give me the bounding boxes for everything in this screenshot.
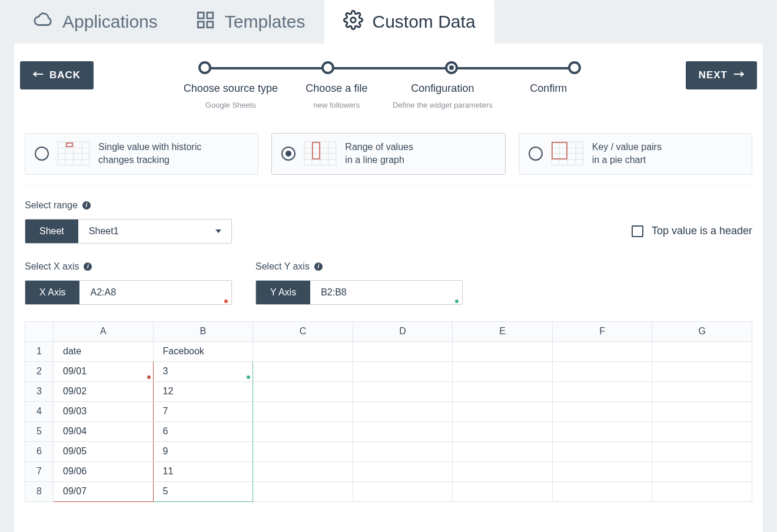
row-header[interactable]: 5 xyxy=(25,421,54,441)
cell[interactable] xyxy=(453,381,553,401)
cell[interactable] xyxy=(453,421,553,441)
cell[interactable]: 09/02 xyxy=(54,381,154,401)
column-header[interactable]: D xyxy=(353,321,453,341)
next-button[interactable]: NEXT xyxy=(686,61,757,89)
mode-key-value[interactable]: Key / value pairs in a pie chart xyxy=(519,133,752,175)
grid-icon xyxy=(195,10,215,34)
sheet-select-value: Sheet1 xyxy=(78,220,205,243)
cell[interactable]: 09/04 xyxy=(54,421,154,441)
content-scroll[interactable]: Single value with historic changes track… xyxy=(14,121,763,510)
column-header[interactable]: A xyxy=(54,321,154,341)
back-button[interactable]: BACK xyxy=(20,61,94,89)
tab-applications[interactable]: Applications xyxy=(14,0,177,44)
cell[interactable] xyxy=(652,481,752,501)
cell[interactable] xyxy=(353,421,453,441)
column-header[interactable]: F xyxy=(552,321,652,341)
cell[interactable]: 7 xyxy=(153,401,253,421)
info-icon[interactable]: i xyxy=(84,262,92,271)
cell[interactable] xyxy=(552,481,652,501)
mode-single-value[interactable]: Single value with historic changes track… xyxy=(25,133,258,175)
cell[interactable] xyxy=(652,401,752,421)
column-header[interactable]: E xyxy=(453,321,553,341)
cell[interactable] xyxy=(253,421,353,441)
cell[interactable]: 09/01 xyxy=(54,361,154,381)
row-header[interactable]: 2 xyxy=(25,361,54,381)
tab-templates[interactable]: Templates xyxy=(177,0,324,44)
cell[interactable] xyxy=(453,481,553,501)
column-header[interactable]: B xyxy=(153,321,253,341)
cell[interactable] xyxy=(552,461,652,481)
step-dot-1[interactable] xyxy=(198,61,211,74)
cell[interactable]: 09/03 xyxy=(54,401,154,421)
top-value-header-checkbox[interactable]: Top value is a header xyxy=(632,225,752,237)
mode-range-values[interactable]: Range of values in a line graph xyxy=(271,133,505,175)
y-axis-input[interactable]: Y Axis B2:B8 xyxy=(255,280,463,305)
row-header[interactable]: 6 xyxy=(25,441,54,461)
chevron-down-icon xyxy=(205,220,231,243)
cell[interactable] xyxy=(652,441,752,461)
spreadsheet[interactable]: ABCDEFG 1dateFacebook209/013309/0212409/… xyxy=(25,321,752,502)
cell[interactable] xyxy=(353,341,453,361)
cell[interactable] xyxy=(253,381,353,401)
cell[interactable]: 09/06 xyxy=(54,461,154,481)
column-header[interactable]: G xyxy=(652,321,752,341)
cell[interactable] xyxy=(253,361,353,381)
row-header[interactable]: 7 xyxy=(25,461,54,481)
column-header[interactable]: C xyxy=(253,321,353,341)
step-dot-2[interactable] xyxy=(321,61,334,74)
sheet-select[interactable]: Sheet Sheet1 xyxy=(25,219,232,244)
cell[interactable] xyxy=(353,461,453,481)
cell[interactable] xyxy=(552,441,652,461)
cell[interactable] xyxy=(552,341,652,361)
cell[interactable]: 5 xyxy=(153,481,253,501)
cell[interactable] xyxy=(552,401,652,421)
svg-rect-1 xyxy=(207,12,213,18)
cell[interactable]: date xyxy=(54,341,154,361)
cell[interactable] xyxy=(552,381,652,401)
cell[interactable]: 11 xyxy=(153,461,253,481)
cell[interactable] xyxy=(253,461,353,481)
tab-custom-data[interactable]: Custom Data xyxy=(324,0,494,44)
cell[interactable] xyxy=(652,421,752,441)
divider xyxy=(25,185,752,186)
cell[interactable] xyxy=(253,401,353,421)
cell[interactable]: 09/05 xyxy=(54,441,154,461)
step-label-4: Confirm xyxy=(496,82,602,109)
row-header[interactable]: 1 xyxy=(25,341,54,361)
cell[interactable]: 09/07 xyxy=(54,481,154,501)
row-header[interactable]: 8 xyxy=(25,481,54,501)
cell[interactable] xyxy=(652,381,752,401)
cell[interactable] xyxy=(652,341,752,361)
cell[interactable] xyxy=(353,481,453,501)
checkbox-icon xyxy=(632,225,643,237)
cell[interactable] xyxy=(353,381,453,401)
cell[interactable] xyxy=(453,341,553,361)
row-header[interactable]: 4 xyxy=(25,401,54,421)
cell[interactable]: 12 xyxy=(153,381,253,401)
cell[interactable] xyxy=(652,361,752,381)
cell[interactable] xyxy=(453,401,553,421)
cell[interactable]: 9 xyxy=(153,441,253,461)
info-icon[interactable]: i xyxy=(82,201,91,210)
info-icon[interactable]: i xyxy=(314,262,323,271)
tab-label: Applications xyxy=(62,12,158,32)
cell[interactable] xyxy=(453,441,553,461)
x-axis-input[interactable]: X Axis A2:A8 xyxy=(25,280,232,305)
cell[interactable] xyxy=(353,401,453,421)
cell[interactable] xyxy=(353,361,453,381)
cell[interactable] xyxy=(453,361,553,381)
cell[interactable]: 3 xyxy=(153,361,253,381)
step-dot-4[interactable] xyxy=(568,61,581,74)
cell[interactable]: Facebook xyxy=(153,341,253,361)
cell[interactable] xyxy=(552,421,652,441)
cell[interactable] xyxy=(453,461,553,481)
step-dot-3[interactable] xyxy=(445,61,458,74)
cell[interactable] xyxy=(353,441,453,461)
cell[interactable] xyxy=(652,461,752,481)
cell[interactable] xyxy=(253,341,353,361)
cell[interactable] xyxy=(253,481,353,501)
cell[interactable] xyxy=(253,441,353,461)
cell[interactable] xyxy=(552,361,652,381)
row-header[interactable]: 3 xyxy=(25,381,54,401)
cell[interactable]: 6 xyxy=(153,421,253,441)
